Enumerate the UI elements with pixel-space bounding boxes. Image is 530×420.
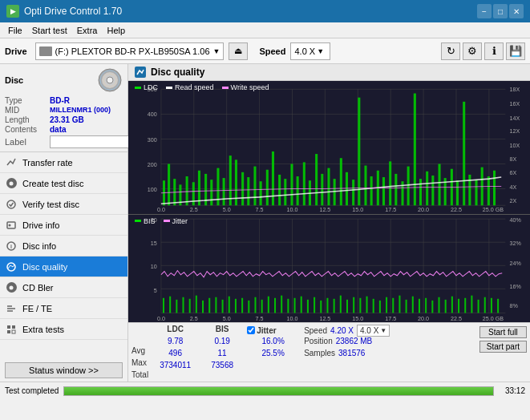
- nav-create-test-disc[interactable]: Create test disc: [0, 173, 127, 194]
- svg-rect-163: [229, 296, 230, 313]
- nav-drive-info[interactable]: Drive info: [0, 215, 127, 236]
- svg-text:40%: 40%: [509, 216, 521, 224]
- disc-mid-row: MID MILLENMR1 (000): [5, 106, 123, 115]
- disc-panel-header: Disc: [5, 67, 123, 93]
- svg-text:5.0: 5.0: [223, 206, 231, 213]
- status-time: 33:12: [505, 386, 525, 395]
- svg-rect-15: [12, 325, 15, 329]
- menu-file[interactable]: File: [3, 25, 27, 36]
- nav-transfer-rate[interactable]: Transfer rate: [0, 152, 127, 173]
- sidebar: Disc Type BD-R MID MILLENMR1 (000): [0, 64, 128, 382]
- svg-rect-77: [260, 181, 262, 205]
- svg-rect-16: [7, 330, 10, 333]
- refresh-button[interactable]: ↻: [441, 42, 460, 60]
- menu-start-test[interactable]: Start test: [27, 25, 72, 36]
- title-bar-left: ▶ Opti Drive Control 1.70: [6, 5, 122, 18]
- speed-dropdown-arrow: ▼: [380, 327, 386, 334]
- close-button[interactable]: ✕: [509, 4, 524, 18]
- disc-contents-value: data: [50, 125, 67, 134]
- svg-point-5: [7, 200, 15, 208]
- svg-rect-157: [189, 298, 191, 313]
- svg-rect-165: [241, 297, 243, 313]
- stats-ldc-col: LDC 9.78 496 3734011: [153, 325, 197, 372]
- svg-text:0.0: 0.0: [157, 206, 165, 213]
- svg-rect-180: [340, 295, 342, 313]
- nav-verify-test-disc[interactable]: Verify test disc: [0, 194, 127, 215]
- fe-te-icon: [5, 302, 18, 315]
- svg-text:25.0 GB: 25.0 GB: [483, 314, 504, 321]
- svg-text:0.0: 0.0: [157, 314, 165, 321]
- svg-text:2.5: 2.5: [190, 206, 198, 213]
- svg-rect-104: [426, 172, 428, 205]
- speed-dropdown[interactable]: 4.0 X ▼: [357, 325, 390, 337]
- drive-select[interactable]: (F:) PLEXTOR BD-R PX-LB950SA 1.06 ▼: [35, 42, 225, 60]
- svg-rect-84: [303, 162, 305, 205]
- svg-text:17.5: 17.5: [385, 206, 396, 213]
- app-icon: ▶: [6, 5, 19, 18]
- nav-transfer-rate-label: Transfer rate: [22, 158, 73, 168]
- info-button[interactable]: ℹ: [484, 42, 504, 60]
- jitter-checkbox[interactable]: [247, 326, 255, 334]
- svg-text:i: i: [10, 244, 12, 249]
- stats-jitter-col: Jitter 16.0% 25.5%: [247, 325, 299, 372]
- svg-rect-14: [7, 325, 10, 329]
- disc-contents-row: Contents data: [5, 125, 123, 134]
- svg-rect-192: [419, 298, 420, 313]
- svg-rect-160: [208, 297, 210, 313]
- svg-point-10: [7, 263, 15, 271]
- speed-select[interactable]: 4.0 X ▼: [290, 42, 330, 60]
- maximize-button[interactable]: □: [493, 4, 508, 18]
- svg-text:6X: 6X: [509, 169, 516, 176]
- svg-rect-69: [210, 180, 212, 205]
- svg-rect-114: [488, 176, 490, 205]
- legend-jitter-dot: [164, 220, 170, 222]
- samples-val: 381576: [338, 349, 365, 360]
- svg-rect-82: [290, 164, 293, 205]
- status-window-button[interactable]: Status window >>: [5, 362, 123, 378]
- minimize-button[interactable]: −: [477, 4, 492, 18]
- disc-length-row: Length 23.31 GB: [5, 115, 123, 124]
- svg-rect-186: [379, 300, 381, 313]
- nav-disc-info[interactable]: i Disc info: [0, 236, 127, 256]
- eject-button[interactable]: ⏏: [229, 42, 248, 60]
- avg-ldc: 9.78: [153, 337, 197, 348]
- start-part-button[interactable]: Start part: [479, 341, 527, 353]
- svg-rect-197: [451, 296, 453, 313]
- nav-extra-tests[interactable]: Extra tests: [0, 319, 127, 340]
- max-jitter: 25.5%: [247, 349, 299, 360]
- max-bis: 11: [202, 349, 242, 360]
- start-full-button[interactable]: Start full: [479, 326, 527, 338]
- menu-extra[interactable]: Extra: [72, 25, 103, 36]
- content-area: Disc quality LDC Read speed Write speed: [128, 64, 530, 382]
- disc-type-value: BD-R: [50, 96, 70, 105]
- legend-write-speed-label: Write speed: [231, 83, 269, 91]
- samples-label: Samples: [304, 349, 335, 360]
- nav-cd-bler[interactable]: CD Bler: [0, 277, 127, 298]
- svg-text:22.5: 22.5: [451, 314, 462, 321]
- svg-text:5.0: 5.0: [223, 314, 231, 321]
- svg-rect-177: [320, 300, 322, 313]
- svg-rect-103: [419, 179, 422, 205]
- status-bar: Test completed 33:12: [0, 382, 530, 399]
- settings-button[interactable]: ⚙: [463, 42, 482, 60]
- svg-rect-116: [128, 215, 530, 323]
- action-buttons: Start full Start part: [479, 325, 527, 353]
- menu-help[interactable]: Help: [102, 25, 130, 36]
- svg-text:400: 400: [148, 111, 157, 118]
- legend-ldc-label: LDC: [144, 83, 158, 91]
- stats-speed-col: Speed 4.20 X 4.0 X ▼ Position 23862 MB S…: [304, 325, 390, 360]
- nav-disc-quality[interactable]: Disc quality: [0, 256, 127, 277]
- svg-rect-172: [287, 298, 289, 313]
- nav-disc-quality-label: Disc quality: [22, 262, 67, 272]
- max-ldc: 496: [153, 349, 197, 360]
- svg-text:12.5: 12.5: [319, 206, 330, 213]
- svg-rect-203: [491, 297, 492, 313]
- disc-length-label: Length: [5, 115, 50, 124]
- chart-title: Disc quality: [151, 67, 204, 78]
- svg-rect-167: [254, 297, 256, 313]
- legend-read-speed: Read speed: [166, 83, 214, 91]
- bis-header: BIS: [202, 325, 242, 336]
- save-button[interactable]: 💾: [506, 42, 525, 60]
- svg-rect-170: [274, 297, 276, 313]
- nav-fe-te[interactable]: FE / TE: [0, 298, 127, 319]
